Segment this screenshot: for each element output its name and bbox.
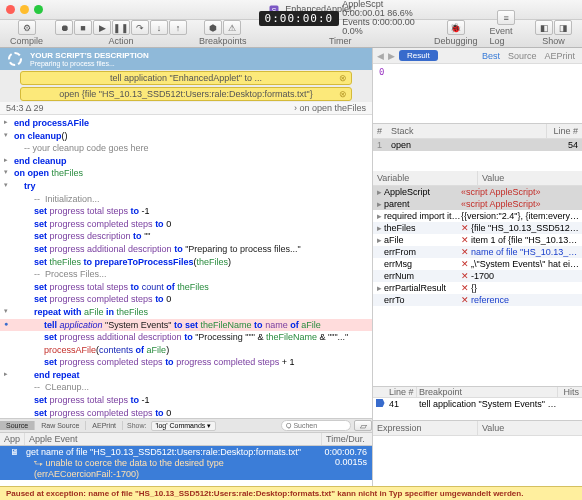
show-left-button[interactable]: ◧ xyxy=(535,20,553,35)
event-row[interactable]: 🖥 get name of file "HS_10.13_SSD512t:Use… xyxy=(0,446,372,480)
code-line[interactable]: -- your cleanup code goes here xyxy=(0,142,372,155)
close-icon[interactable] xyxy=(6,5,15,14)
tab-aeprint[interactable]: AEPrint xyxy=(544,51,575,61)
system-events-icon: 🖥 xyxy=(10,447,19,457)
tab-best[interactable]: Best xyxy=(482,51,500,61)
pause-button[interactable]: ❚❚ xyxy=(112,20,130,35)
code-line[interactable]: set progress completed steps to 0 xyxy=(0,293,372,306)
step-into-button[interactable]: ↓ xyxy=(150,20,168,35)
code-line[interactable]: ▾on open theFiles xyxy=(0,167,372,180)
svg-point-2 xyxy=(9,53,21,65)
variable-row[interactable]: ▸errPartialResult✕{} xyxy=(373,282,582,294)
code-line[interactable]: processAFile(contents of aFile) xyxy=(0,344,372,357)
breakpoint-exc-button[interactable]: ⚠ xyxy=(223,20,241,35)
variable-row[interactable]: ▸aFile✕item 1 of {file "HS_10.13_SSD512t… xyxy=(373,234,582,246)
variable-row[interactable]: errNum✕-1700 xyxy=(373,270,582,282)
location-bar: 54:3 Δ 29 › on open theFiles xyxy=(0,102,372,115)
breakpoint-flag-icon[interactable] xyxy=(376,399,385,407)
code-line[interactable]: set progress total steps to -1 xyxy=(0,205,372,218)
close-icon[interactable]: ⊗ xyxy=(339,89,347,99)
tab-raw-source[interactable]: Raw Source xyxy=(35,421,86,430)
variables-body[interactable]: ▸AppleScript«script AppleScript»▸parent«… xyxy=(373,186,582,386)
code-line[interactable]: -- CLeanup... xyxy=(0,381,372,394)
toolbar-label: Event Log xyxy=(490,26,524,46)
run-button[interactable]: ▶ xyxy=(93,20,111,35)
breakpoints-header: Line # Breakpoint Hits xyxy=(373,386,582,398)
debugging-button[interactable]: 🐞 xyxy=(447,20,465,35)
description-subtitle: Preparing to process files... xyxy=(30,60,149,67)
code-line[interactable]: set progress completed steps to progress… xyxy=(0,356,372,369)
description-title: YOUR SCRIPT'S DESCRIPTION xyxy=(30,51,149,60)
code-line[interactable]: set progress completed steps to 0 xyxy=(0,407,372,418)
code-line[interactable]: set progress additional description to "… xyxy=(0,331,372,344)
variable-row[interactable]: errTo✕reference xyxy=(373,294,582,306)
variable-row[interactable]: ▸AppleScript«script AppleScript» xyxy=(373,186,582,198)
stack-body[interactable]: 1 open 54 xyxy=(373,139,582,171)
code-line[interactable]: ▸end cleanup xyxy=(0,155,372,168)
variable-row[interactable]: errFrom✕name of file "HS_10.13_SSD512t:U… xyxy=(373,246,582,258)
code-line[interactable]: ▸ end repeat xyxy=(0,369,372,382)
code-line[interactable]: ▾ try xyxy=(0,180,372,193)
breakpoints-toggle[interactable]: ⬢ xyxy=(204,20,222,35)
code-line[interactable]: ▾ repeat with aFile in theFiles xyxy=(0,306,372,319)
event-log-header: App Apple Event Time/Dur. xyxy=(0,432,372,446)
close-icon[interactable]: ⊗ xyxy=(339,73,347,83)
variables-header: Variable Value xyxy=(373,171,582,186)
code-line[interactable]: set progress total steps to count of the… xyxy=(0,281,372,294)
expressions-header: Expression Value xyxy=(373,420,582,436)
variable-row[interactable]: ▸parent«script AppleScript» xyxy=(373,198,582,210)
stack-header: # Stack Line # xyxy=(373,124,582,139)
tab-source[interactable]: Source xyxy=(508,51,537,61)
variable-row[interactable]: ▸required import items{{version:"2.4"}, … xyxy=(373,210,582,222)
toolbar-label: Debugging xyxy=(434,36,478,46)
status-bar: Paused at exception: name of file "HS_10… xyxy=(0,486,582,500)
cursor-location: 54:3 Δ 29 xyxy=(6,103,44,113)
breakpoint-row[interactable]: 41 tell application "System Events" to s… xyxy=(373,398,582,410)
traffic-lights[interactable] xyxy=(6,5,43,14)
nav-back-icon[interactable]: ◀ xyxy=(377,51,384,61)
toolbar-label: Timer xyxy=(329,36,352,46)
result-button[interactable]: Result xyxy=(399,50,438,61)
step-out-button[interactable]: ↑ xyxy=(169,20,187,35)
record-button[interactable]: ⏺ xyxy=(55,20,73,35)
tab-aeprint[interactable]: AEPrint xyxy=(86,421,123,430)
variable-row[interactable]: ▸theFiles✕{file "HS_10.13_SSD512t:Users:… xyxy=(373,222,582,234)
result-value: 0 xyxy=(373,64,582,124)
zoom-icon[interactable] xyxy=(34,5,43,14)
code-line[interactable]: set progress additional description to "… xyxy=(0,243,372,256)
code-line[interactable]: ▾on cleanup() xyxy=(0,130,372,143)
code-line[interactable]: ▸end processAFile xyxy=(0,117,372,130)
stack-frame[interactable]: 1 open 54 xyxy=(373,139,582,151)
show-right-button[interactable]: ◨ xyxy=(554,20,572,35)
call-pill[interactable]: open {file "HS_10.13_SSD512t:Users:rale:… xyxy=(20,87,352,101)
code-line[interactable]: set theFiles to prepareToProcessFiles(th… xyxy=(0,256,372,269)
event-log-button[interactable]: ≡ xyxy=(497,10,515,25)
handler-name[interactable]: on open theFiles xyxy=(299,103,366,113)
show-dropdown[interactable]: 'log' Commands ▾ xyxy=(151,421,217,431)
step-over-button[interactable]: ↷ xyxy=(131,20,149,35)
panel-toggle-button[interactable]: ▱ xyxy=(354,420,372,431)
search-input[interactable] xyxy=(281,420,351,431)
compile-button[interactable]: ⚙ xyxy=(18,20,36,35)
expressions-body[interactable] xyxy=(373,436,582,486)
toolbar-label: Show xyxy=(542,36,565,46)
code-line[interactable]: set progress total steps to -1 xyxy=(0,394,372,407)
call-pill[interactable]: tell application "EnhancedApplet" to ...… xyxy=(20,71,352,85)
stop-button[interactable]: ■ xyxy=(74,20,92,35)
source-tabs: Source Raw Source AEPrint Show: 'log' Co… xyxy=(0,418,372,432)
code-line[interactable]: set progress completed steps to 0 xyxy=(0,218,372,231)
code-line[interactable]: -- Process Files... xyxy=(0,268,372,281)
code-line[interactable]: set progress description to "" xyxy=(0,230,372,243)
breakpoints-body[interactable]: 41 tell application "System Events" to s… xyxy=(373,398,582,420)
event-log-body[interactable]: 🖥 get name of file "HS_10.13_SSD512t:Use… xyxy=(0,446,372,486)
minimize-icon[interactable] xyxy=(20,5,29,14)
result-header: ◀ ▶ Result Best Source AEPrint xyxy=(373,48,582,64)
code-line[interactable]: -- Initialization... xyxy=(0,193,372,206)
tab-source[interactable]: Source xyxy=(0,421,35,430)
timer-display: 0:00:00:0 xyxy=(259,11,340,26)
nav-fwd-icon[interactable]: ▶ xyxy=(388,51,395,61)
code-editor[interactable]: ▸end processAFile▾on cleanup() -- your c… xyxy=(0,115,372,418)
progress-spinner-icon xyxy=(6,50,24,68)
variable-row[interactable]: errMsg✕„\"System Events\" hat einen Fehl… xyxy=(373,258,582,270)
code-line[interactable]: ● tell application "System Events" to se… xyxy=(0,319,372,332)
